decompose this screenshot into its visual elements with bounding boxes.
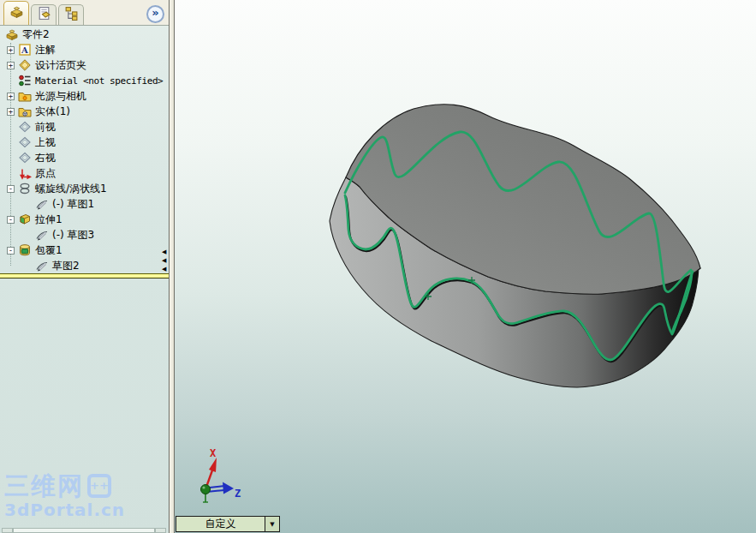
- tree-horizontal-scrollbar[interactable]: [2, 528, 166, 533]
- watermark: 三维网 ++ 3dPortal.cn: [4, 473, 125, 520]
- caret-down-icon: ▼: [270, 521, 274, 528]
- expand-toggle[interactable]: +: [7, 62, 15, 69]
- expand-toggle[interactable]: +: [7, 93, 15, 100]
- watermark-logo-icon: ++: [87, 474, 111, 498]
- tree-item-label: 设计活页夹: [35, 58, 86, 73]
- featuremanager-panel: » 零件2 + A 注解 + 设计活页夹 Material <not speci…: [0, 0, 169, 533]
- tree-item-solid-bodies[interactable]: + 实体(1): [0, 104, 169, 119]
- expand-toggle[interactable]: -: [7, 185, 15, 193]
- combo-value: 自定义: [176, 517, 265, 531]
- left-arrow-icon: ◀: [162, 248, 166, 256]
- tab-propertymanager[interactable]: [31, 4, 57, 25]
- property-icon: [37, 6, 51, 24]
- tab-featuremanager[interactable]: [3, 1, 29, 25]
- scroll-left-button[interactable]: [2, 528, 13, 533]
- expand-toggle[interactable]: -: [7, 216, 15, 224]
- tree-item-right-plane[interactable]: 右视: [0, 150, 169, 165]
- tree-item-label: 草图2: [52, 259, 80, 273]
- triad-x-label: X: [210, 447, 217, 459]
- configuration-icon: [64, 6, 79, 24]
- binder-icon: [18, 58, 32, 72]
- scroll-right-button[interactable]: [155, 528, 166, 533]
- tree-item-label: 实体(1): [35, 105, 70, 119]
- tree-item-label: 注解: [35, 43, 56, 57]
- tree-item-label: 零件2: [22, 27, 50, 42]
- view-orientation-combo[interactable]: 自定义 ▼: [176, 516, 280, 532]
- combo-dropdown-button[interactable]: ▼: [265, 517, 279, 531]
- tree-item-label: 原点: [35, 166, 56, 181]
- part-icon: [9, 4, 24, 22]
- panel-expand-button[interactable]: »: [146, 5, 164, 23]
- lights-icon: [18, 89, 32, 103]
- tree-item-sketch2[interactable]: 草图2: [0, 258, 169, 273]
- plane-icon: [18, 120, 32, 134]
- tree-item-label: (-) 草图1: [52, 197, 94, 212]
- extrude-icon: [18, 213, 32, 226]
- feature-tree: 零件2 + A 注解 + 设计活页夹 Material <not specifi…: [0, 27, 169, 273]
- expand-toggle[interactable]: +: [7, 108, 15, 116]
- tree-item-helix-spiral1[interactable]: - 螺旋线/涡状线1: [0, 181, 169, 196]
- reference-triad: X Z: [201, 447, 241, 502]
- solidworks-window: » 零件2 + A 注解 + 设计活页夹 Material <not speci…: [0, 0, 756, 533]
- expand-toggle[interactable]: +: [7, 46, 15, 54]
- annotations-icon: A: [18, 43, 32, 57]
- tree-item-extrude1[interactable]: - 拉伸1: [0, 212, 169, 227]
- left-arrow-icon: ◀: [162, 265, 166, 273]
- tree-item-material[interactable]: Material <not specified>: [0, 73, 169, 88]
- tree-item-label: 右视: [35, 151, 56, 165]
- plane-icon: [18, 135, 32, 149]
- sketch-icon: [35, 197, 49, 211]
- model-scene: X Z: [175, 0, 756, 533]
- tree-item-label: Material <not specified>: [35, 75, 163, 87]
- material-icon: [18, 74, 32, 87]
- rollback-bar[interactable]: [0, 273, 169, 278]
- tree-item-annotations[interactable]: + A 注解: [0, 42, 169, 57]
- watermark-text-url: 3dPortal.cn: [4, 500, 125, 520]
- tab-configurationmanager[interactable]: [58, 4, 84, 25]
- tree-item-design-binder[interactable]: + 设计活页夹: [0, 57, 169, 73]
- scroll-thumb[interactable]: [13, 528, 155, 533]
- helix-icon: [18, 182, 32, 195]
- sketch-icon: [35, 228, 49, 242]
- tree-item-part2[interactable]: 零件2: [0, 27, 169, 42]
- expand-toggle[interactable]: -: [7, 247, 15, 255]
- tree-item-label: (-) 草图3: [52, 228, 94, 243]
- wrap-icon: [18, 243, 32, 257]
- svg-text:A: A: [21, 45, 28, 55]
- tree-item-sketch1[interactable]: (-) 草图1: [0, 196, 169, 212]
- tree-item-origin[interactable]: 原点: [0, 165, 169, 181]
- tree-item-lights-cameras[interactable]: + 光源与相机: [0, 88, 169, 104]
- origin-icon: [18, 166, 32, 180]
- panel-splitter[interactable]: [169, 0, 175, 533]
- triad-z-label: Z: [235, 488, 241, 500]
- tree-item-front-plane[interactable]: 前视: [0, 119, 169, 135]
- tree-item-label: 上视: [35, 135, 56, 150]
- sketch-icon: [35, 259, 49, 272]
- tree-item-label: 包覆1: [35, 243, 63, 258]
- tree-item-top-plane[interactable]: 上视: [0, 135, 169, 150]
- tree-item-sketch3[interactable]: (-) 草图3: [0, 227, 169, 243]
- tree-item-label: 前视: [35, 120, 56, 135]
- tree-item-wrap1[interactable]: - 包覆1: [0, 243, 169, 258]
- splitter-collapse-arrows[interactable]: ◀ ◀ ◀: [162, 248, 166, 273]
- part-icon: [5, 27, 19, 41]
- tree-item-label: 螺旋线/涡状线1: [35, 182, 107, 196]
- plane-icon: [18, 151, 32, 165]
- panel-tab-strip: »: [0, 0, 169, 26]
- left-arrow-icon: ◀: [162, 256, 166, 265]
- graphics-viewport[interactable]: X Z 自定义 ▼: [175, 0, 756, 533]
- tree-item-label: 拉伸1: [35, 213, 63, 227]
- bodies-icon: [18, 105, 32, 118]
- watermark-text-cn: 三维网: [4, 473, 84, 499]
- tree-item-label: 光源与相机: [35, 89, 86, 104]
